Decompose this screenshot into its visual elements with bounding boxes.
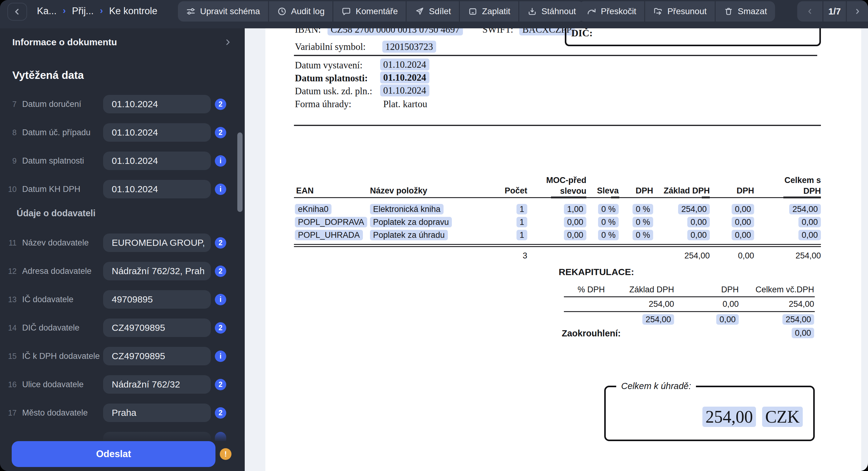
cell-dph[interactable]: 0,00 <box>732 230 754 240</box>
sidebar-scrollbar[interactable] <box>237 133 243 212</box>
share-button[interactable]: Sdílet <box>406 1 459 22</box>
field-badge[interactable]: 2 <box>215 266 226 277</box>
cell-ean[interactable]: POPL_UHRADA <box>295 230 363 240</box>
due-date-highlight[interactable]: 01.10.2024 <box>380 71 429 84</box>
redo-arrow-icon <box>587 6 596 16</box>
cell-name[interactable]: Elektronická kniha <box>370 204 443 214</box>
recap-title: REKAPITULACE: <box>559 267 634 277</box>
download-label: Stáhnout <box>541 6 576 16</box>
field-value-input[interactable]: 01.10.2024 <box>103 180 211 198</box>
field-value-input[interactable]: CZ49709895 <box>103 319 211 337</box>
field-value-input[interactable]: 01.10.2024 <box>103 95 211 113</box>
field-value-input[interactable]: EUROMEDIA GROUP, a. <box>103 234 211 252</box>
field-number: 12 <box>5 267 17 276</box>
cell-name[interactable]: Poplatek za dopravu <box>370 217 452 227</box>
field-badge[interactable]: 2 <box>215 322 226 334</box>
chevron-right-icon[interactable] <box>223 37 232 49</box>
field-badge[interactable]: 2 <box>215 98 226 110</box>
iban-value[interactable]: CZ58 2700 0000 0013 0750 4697 <box>328 28 463 35</box>
next-page-button[interactable] <box>846 1 868 22</box>
field-value-input[interactable]: CZ49709895 <box>103 347 211 365</box>
cell-qty[interactable]: 1 <box>517 230 527 240</box>
field-badge[interactable]: i <box>215 351 226 362</box>
cell-moc[interactable]: 0,00 <box>564 217 586 227</box>
field-value-input[interactable]: 49709895 <box>103 290 211 308</box>
recap-celkem-highlight[interactable]: 254,00 <box>782 314 814 325</box>
pay-button[interactable]: Zaplatit <box>459 1 518 22</box>
total-dph: 0,00 <box>738 251 754 261</box>
field-badge[interactable]: 2 <box>215 379 226 390</box>
field-value-input[interactable]: 01.10.2024 <box>103 123 211 142</box>
rounding-value-highlight[interactable]: 0,00 <box>792 328 814 338</box>
cell-moc[interactable]: 1,00 <box>564 204 586 214</box>
table-header-rule-segment <box>551 197 586 198</box>
cell-zaklad[interactable]: 0,00 <box>687 217 710 227</box>
due-date-value: 01.10.2024 <box>380 72 429 83</box>
cell-moc[interactable]: 0,00 <box>564 230 586 240</box>
cell-qty[interactable]: 1 <box>517 217 527 227</box>
document-info-header[interactable]: Informace o dokumentu <box>12 37 117 48</box>
breadcrumb-status[interactable]: Ke kontrole <box>109 5 157 17</box>
field-value-input[interactable]: 01.10.2024 <box>103 152 211 170</box>
field-badge[interactable]: i <box>215 155 226 167</box>
issue-date-highlight[interactable]: 01.10.2024 <box>380 59 429 70</box>
audit-log-button[interactable]: Audit log <box>268 1 333 22</box>
document-viewer[interactable]: IBAN: CZ58 2700 0000 0013 0750 4697 SWIF… <box>245 28 868 471</box>
field-row: 11 Název dodavatele EUROMEDIA GROUP, a. … <box>0 234 245 252</box>
recap-header-zaklad: Základ DPH <box>629 285 674 294</box>
cell-sleva[interactable]: 0 % <box>598 230 619 240</box>
field-badge[interactable]: i <box>215 184 226 195</box>
total-currency-highlight[interactable]: CZK <box>762 407 803 427</box>
cell-qty[interactable]: 1 <box>517 204 527 214</box>
cell-sleva[interactable]: 0 % <box>598 217 619 227</box>
dic-box: DIČ: <box>565 28 821 46</box>
submit-button[interactable]: Odeslat <box>12 441 215 467</box>
cell-dph-rate[interactable]: 0 % <box>632 204 653 214</box>
comments-button[interactable]: Komentáře <box>333 1 406 22</box>
warning-badge[interactable]: ! <box>220 448 231 460</box>
chevron-left-icon <box>12 7 22 16</box>
delete-button[interactable]: Smazat <box>715 1 775 22</box>
cell-dph-rate[interactable]: 0 % <box>632 230 653 240</box>
field-number: 10 <box>5 185 17 194</box>
skip-button[interactable]: Přeskočit <box>579 1 644 22</box>
cell-celkem[interactable]: 0,00 <box>799 230 821 240</box>
field-badge[interactable]: i <box>215 294 226 305</box>
back-button[interactable] <box>7 3 27 21</box>
field-badge[interactable]: 2 <box>215 237 226 248</box>
breadcrumb-inbox[interactable]: Přij... <box>72 5 94 17</box>
field-value-input[interactable]: Praha <box>103 404 211 422</box>
prev-page-button[interactable] <box>797 1 823 22</box>
cell-sleva[interactable]: 0 % <box>598 204 619 214</box>
field-value: EUROMEDIA GROUP, a. <box>112 237 204 248</box>
cell-dph[interactable]: 0,00 <box>732 204 754 214</box>
breadcrumb-queue[interactable]: Ka... <box>37 5 57 17</box>
cell-celkem[interactable]: 254,00 <box>789 204 821 214</box>
recap-dph-highlight[interactable]: 0,00 <box>716 314 739 325</box>
cell-celkem[interactable]: 0,00 <box>799 217 821 227</box>
field-value-input[interactable]: Nádražní 762/32, Praha <box>103 262 211 280</box>
total-amount-highlight[interactable]: 254,00 <box>703 407 756 427</box>
total-celkem: 254,00 <box>795 251 821 261</box>
cell-ean[interactable]: POPL_DOPRAVA <box>295 217 367 227</box>
recap-zaklad-highlight[interactable]: 254,00 <box>642 314 674 325</box>
cell-ean[interactable]: eKniha0 <box>295 204 332 214</box>
toolbar-group-document: Přeskočit Přesunout Smazat <box>579 1 775 22</box>
col-header-celkem: Celkem s DPH <box>779 175 821 197</box>
variable-symbol-value[interactable]: 1201503723 <box>382 41 436 53</box>
move-button[interactable]: Přesunout <box>644 1 715 22</box>
edit-schema-button[interactable]: Upravit schéma <box>178 1 268 22</box>
field-badge[interactable]: 2 <box>215 127 226 138</box>
iban-row: IBAN: CZ58 2700 0000 0013 0750 4697 SWIF… <box>295 28 575 35</box>
tax-date-highlight[interactable]: 01.10.2024 <box>380 84 429 96</box>
due-date-label: Datum splatnosti: <box>295 73 368 84</box>
cell-dph[interactable]: 0,00 <box>732 217 754 227</box>
field-value-input[interactable]: Nádražní 762/32 <box>103 375 211 394</box>
comments-label: Komentáře <box>355 6 398 16</box>
download-button[interactable]: Stáhnout <box>518 1 584 22</box>
cell-zaklad[interactable]: 0,00 <box>687 230 710 240</box>
field-badge[interactable]: 2 <box>215 407 226 419</box>
cell-dph-rate[interactable]: 0 % <box>632 217 653 227</box>
cell-zaklad[interactable]: 254,00 <box>678 204 710 214</box>
cell-name[interactable]: Poplatek za úhradu <box>370 230 448 240</box>
